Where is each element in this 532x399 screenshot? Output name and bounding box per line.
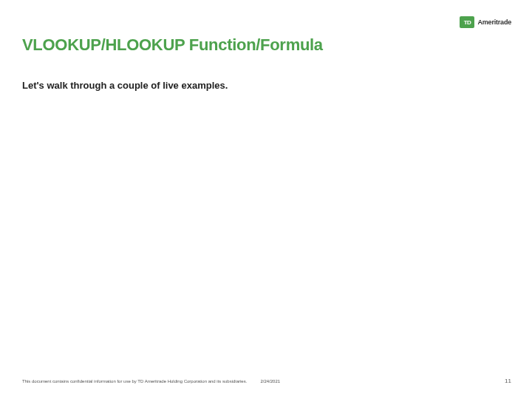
- td-logo-mark-icon: [460, 16, 474, 28]
- slide-body-text: Let's walk through a couple of live exam…: [22, 80, 228, 91]
- slide: Ameritrade VLOOKUP/HLOOKUP Function/Form…: [0, 0, 532, 399]
- footer-date: 2/24/2021: [260, 379, 280, 383]
- footer-page-number: 11: [505, 378, 511, 384]
- brand-logo: Ameritrade: [460, 16, 511, 28]
- slide-title: VLOOKUP/HLOOKUP Function/Formula: [22, 35, 323, 55]
- brand-name: Ameritrade: [477, 18, 511, 26]
- slide-footer: This document contains confidential info…: [22, 378, 511, 384]
- footer-disclaimer: This document contains confidential info…: [22, 379, 247, 383]
